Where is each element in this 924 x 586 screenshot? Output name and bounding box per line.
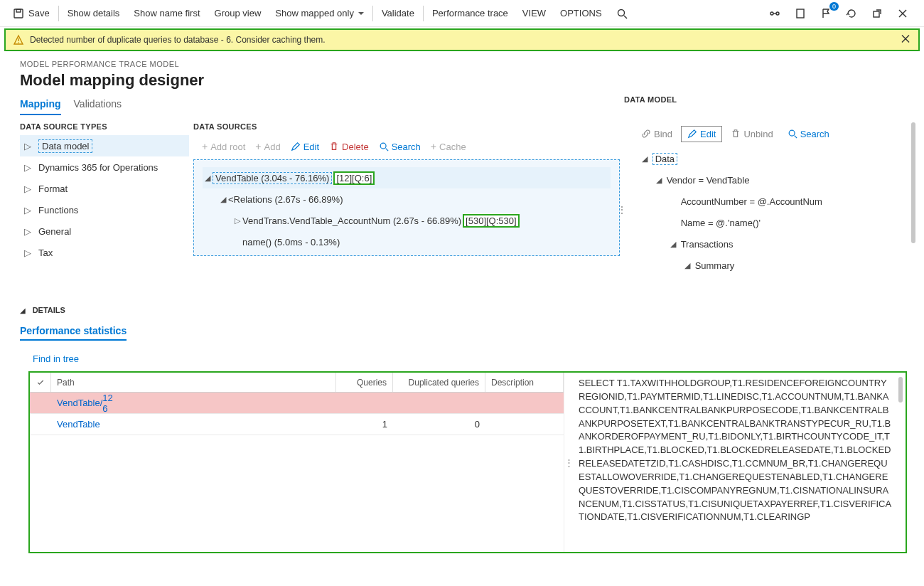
grid-row[interactable]: VendTable10 [30,414,564,435]
dm-node-vendor[interactable]: ◢ Vendor = VendTable [635,169,915,191]
data-model-label: DATA MODEL [624,95,924,104]
caret-down-icon[interactable]: ◢ [218,195,228,204]
edit-button[interactable]: Edit [286,139,323,155]
grid-header: Path Queries Duplicated queries Descript… [30,373,564,393]
svg-point-15 [380,143,386,149]
group-view-button[interactable]: Group view [208,0,269,27]
caret-down-icon[interactable]: ◢ [654,176,664,185]
grid-header-dup[interactable]: Duplicated queries [393,373,485,392]
validate-button[interactable]: Validate [375,0,421,27]
refresh-icon [846,8,857,19]
pencil-icon [291,142,301,151]
toolbar-search[interactable] [609,0,635,27]
bind-button[interactable]: Bind [635,127,678,142]
svg-point-5 [776,12,779,15]
notifications-badge: 0 [829,2,839,11]
dst-item-format[interactable]: ▷Format [20,178,189,199]
grid-header-check[interactable] [30,373,51,392]
add-button[interactable]: +Add [251,138,284,155]
find-in-tree-link[interactable]: Find in tree [33,353,79,364]
add-root-button[interactable]: +Add root [198,138,249,155]
caret-down-icon[interactable]: ◢ [640,154,650,164]
details-toggle[interactable]: ◢ DETAILS [20,304,904,315]
tab-mapping[interactable]: Mapping [20,98,61,115]
dst-item-label: Data model [38,139,92,153]
details-label: DETAILS [33,306,65,314]
save-button[interactable]: Save [6,0,57,27]
options-menu[interactable]: OPTIONS [553,0,609,27]
delete-button[interactable]: Delete [325,139,373,155]
grid-cell-path[interactable]: VendTable [51,414,336,435]
popout-button[interactable] [867,4,887,23]
svg-rect-8 [874,11,879,17]
unbind-button[interactable]: Unbind [725,127,778,142]
close-button[interactable] [893,4,913,23]
dst-item-tax[interactable]: ▷Tax [20,242,189,263]
refresh-button[interactable] [842,4,861,23]
connector-icon [769,8,780,19]
grid-row[interactable]: VendTable/126 [30,393,564,414]
horizontal-splitter[interactable] [564,373,573,552]
ds-node-name[interactable]: name() (5.0ms - 0.13%) [232,231,611,252]
grid-header-path[interactable]: Path [51,373,336,392]
connector-icon-button[interactable] [765,4,785,23]
close-icon [897,8,908,19]
chevron-right-icon: ▷ [24,247,31,258]
svg-rect-7 [797,9,804,18]
warning-close[interactable] [900,33,911,47]
dm-edit-button[interactable]: Edit [681,126,722,142]
svg-point-17 [789,130,795,136]
scrollbar[interactable] [898,377,903,403]
ds-node-relations[interactable]: ◢ <Relations (2.67s - 66.89%) [218,188,611,210]
dst-item-label: Dynamics 365 for Operations [38,162,158,173]
caret-right-icon[interactable]: ▷ [232,216,242,225]
grid-cell-dup: 0 [393,414,485,435]
grid-cell-path[interactable]: VendTable/126 [51,393,564,413]
svg-line-3 [624,16,627,18]
dm-node-accountnumber[interactable]: AccountNumber = @.AccountNum [635,191,915,212]
office-icon-button[interactable] [790,4,810,23]
pencil-icon [687,129,697,139]
name-label: name() (5.0ms - 0.13%) [242,237,340,247]
save-label: Save [28,8,50,18]
dm-toolbar: Bind Edit Unbind Search [635,122,915,145]
save-icon [13,8,24,19]
show-details-button[interactable]: Show details [60,0,127,27]
scrollbar[interactable] [911,122,915,243]
dst-item-functions[interactable]: ▷Functions [20,199,189,220]
dm-node-summary[interactable]: ◢ Summary [635,255,915,276]
show-mapped-only-dropdown[interactable]: Show mapped only [268,0,371,27]
ds-node-vendtrans[interactable]: ▷ VendTrans.VendTable_AccountNum (2.67s … [232,210,611,231]
view-menu[interactable]: VIEW [515,0,553,27]
dst-item-dynamics-365-for-operations[interactable]: ▷Dynamics 365 for Operations [20,156,189,178]
caret-down-icon[interactable]: ◢ [203,174,213,183]
dm-node-data[interactable]: ◢ Data [635,148,915,169]
tab-validations[interactable]: Validations [74,98,122,115]
tab-performance-statistics[interactable]: Performance statistics [20,325,127,341]
show-name-first-button[interactable]: Show name first [127,0,207,27]
grid-header-queries[interactable]: Queries [336,373,393,392]
caret-down-icon[interactable]: ◢ [682,261,692,270]
chevron-right-icon: ▷ [24,226,31,237]
link-icon [641,129,651,139]
dst-item-general[interactable]: ▷General [20,220,189,242]
performance-trace-button[interactable]: Performance trace [425,0,515,27]
svg-line-18 [794,136,797,139]
warning-text: Detected number of duplicate queries to … [30,35,326,45]
dst-item-label: Functions [38,205,78,215]
caret-down-icon[interactable]: ◢ [668,240,678,249]
breadcrumb: MODEL PERFORMANCE TRACE MODEL [20,60,904,68]
dst-item-data-model[interactable]: ▷Data model [20,135,189,156]
dm-node-name[interactable]: Name = @.'name()' [635,212,915,233]
chevron-right-icon: ▷ [24,183,31,194]
ds-search-button[interactable]: Search [375,139,425,155]
grid-cell-queries: 12 [102,393,159,403]
cache-button[interactable]: +Cache [426,138,471,155]
dm-search-button[interactable]: Search [782,127,835,142]
grid-header-desc[interactable]: Description [485,373,564,392]
search-icon [379,142,389,151]
notifications-button[interactable]: 0 [816,4,836,23]
ds-node-vendtable[interactable]: ◢ VendTable (3.04s - 76.16%)[12][Q:6] [203,167,611,188]
dm-node-transactions[interactable]: ◢ Transactions [635,233,915,255]
data-model-panel: Bind Edit Unbind Search ◢ Data ◢ Vendor … [624,122,915,297]
